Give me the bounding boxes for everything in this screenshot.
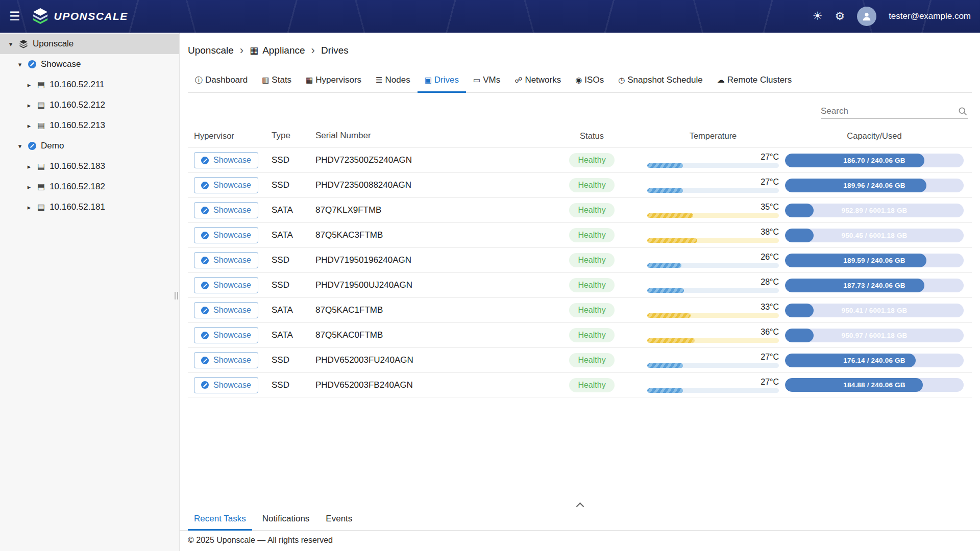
search-box — [821, 106, 968, 119]
hypervisor-showcase-button[interactable]: Showcase — [194, 252, 258, 268]
breadcrumb-chevron-icon: › — [240, 45, 243, 56]
sidebar-item-host[interactable]: ▸ ▤ 10.160.52.183 — [0, 156, 179, 177]
table-row: Showcase SSD PHDV71950196240AGN Healthy … — [188, 247, 972, 272]
temperature-value: 36°C — [647, 328, 779, 337]
hypervisor-showcase-button[interactable]: Showcase — [194, 327, 258, 343]
table-row: Showcase SATA 87Q5KAC3FTMB Healthy 38°C … — [188, 222, 972, 247]
drive-serial: PHDV71950196240AGN — [312, 255, 540, 265]
chevron-right-icon[interactable]: ▸ — [26, 204, 33, 211]
breadcrumb-item-appliance[interactable]: ▦ Appliance — [250, 45, 305, 56]
bottom-panel: Recent Tasks Notifications Events © 2025… — [180, 499, 980, 551]
bottom-tabs: Recent Tasks Notifications Events — [180, 509, 980, 531]
info-icon: ⓘ — [195, 76, 203, 85]
sidebar-item-host[interactable]: ▸ ▤ 10.160.52.213 — [0, 115, 179, 136]
chevron-right-icon[interactable]: ▸ — [26, 102, 33, 109]
hypervisor-icon — [201, 232, 209, 239]
tab-events[interactable]: Events — [320, 509, 358, 531]
hypervisor-showcase-button[interactable]: Showcase — [194, 177, 258, 193]
hypervisor-icon — [201, 182, 209, 189]
temperature-fill — [647, 313, 691, 318]
tab-networks[interactable]: ☍ Networks — [507, 69, 568, 93]
sidebar-item-host[interactable]: ▸ ▤ 10.160.52.211 — [0, 74, 179, 95]
breadcrumb-chevron-icon: › — [311, 45, 315, 56]
monitor-icon: ▭ — [473, 76, 480, 85]
capacity-label: 950.41 / 6001.18 GB — [785, 304, 964, 317]
status-badge: Healthy — [569, 353, 614, 367]
tab-recent-tasks[interactable]: Recent Tasks — [188, 509, 252, 531]
sidebar-item-label: 10.160.52.211 — [50, 80, 104, 90]
sidebar-item-host[interactable]: ▸ ▤ 10.160.52.181 — [0, 197, 179, 217]
server-icon: ▤ — [37, 203, 45, 211]
chevron-down-icon[interactable]: ▾ — [16, 142, 23, 150]
temperature-fill — [647, 338, 695, 343]
hypervisor-showcase-button[interactable]: Showcase — [194, 302, 258, 318]
sidebar-item-label: 10.160.52.212 — [50, 100, 105, 110]
clock-icon: ◷ — [618, 76, 625, 85]
temperature-bar — [647, 338, 779, 343]
tab-vms[interactable]: ▭ VMs — [466, 69, 507, 93]
tab-remote-clusters[interactable]: ☁ Remote Clusters — [710, 69, 799, 93]
settings-gear-icon[interactable]: ⚙ — [835, 11, 845, 22]
drive-serial: PHDV72350088240AGN — [312, 180, 540, 190]
chevron-right-icon[interactable]: ▸ — [26, 163, 33, 170]
drive-type: SATA — [268, 330, 312, 340]
drive-serial: PHDV652003FB240AGN — [312, 380, 540, 390]
capacity-label: 950.45 / 6001.18 GB — [785, 229, 964, 242]
chevron-down-icon[interactable]: ▾ — [7, 40, 14, 48]
menu-icon[interactable]: ☰ — [9, 10, 20, 22]
temperature-fill — [647, 188, 683, 193]
sidebar-item-showcase[interactable]: ▾ Showcase — [0, 54, 179, 74]
showcase-button-label: Showcase — [213, 156, 251, 165]
hypervisor-showcase-button[interactable]: Showcase — [194, 277, 258, 293]
sidebar-item-host[interactable]: ▸ ▤ 10.160.52.182 — [0, 177, 179, 197]
breadcrumb-item-uponscale[interactable]: Uponscale — [188, 45, 234, 56]
hypervisor-showcase-button[interactable]: Showcase — [194, 227, 258, 243]
brand: UPONSCALE — [32, 7, 128, 26]
tab-drives[interactable]: ▣ Drives — [418, 69, 466, 93]
tab-snapshot-schedule[interactable]: ◷ Snapshot Schedule — [611, 69, 710, 93]
capacity-bar: 189.96 / 240.06 GB — [785, 179, 964, 192]
user-email[interactable]: tester@example.com — [889, 11, 971, 21]
sidebar-item-uponscale[interactable]: ▾ Uponscale — [0, 34, 179, 54]
status-badge: Healthy — [569, 328, 614, 342]
hypervisor-icon — [201, 282, 209, 289]
tab-stats[interactable]: ▥ Stats — [255, 69, 299, 93]
sidebar-resize-handle[interactable] — [175, 292, 178, 299]
tab-label: Dashboard — [205, 75, 248, 85]
drives-table-body: Showcase SSD PHDV723500Z5240AGN Healthy … — [188, 147, 972, 397]
tab-dashboard[interactable]: ⓘ Dashboard — [188, 69, 255, 93]
table-row: Showcase SATA 87Q7KLX9FTMB Healthy 35°C … — [188, 197, 972, 222]
hypervisor-showcase-button[interactable]: Showcase — [194, 377, 258, 393]
hypervisor-showcase-button[interactable]: Showcase — [194, 352, 258, 368]
drive-serial: 87Q7KLX9FTMB — [312, 205, 540, 215]
temperature-fill — [647, 288, 684, 293]
search-input[interactable] — [821, 106, 958, 116]
brightness-icon[interactable]: ☀ — [813, 11, 823, 22]
tab-notifications[interactable]: Notifications — [256, 509, 316, 531]
sidebar-item-demo[interactable]: ▾ Demo — [0, 136, 179, 156]
sidebar-item-label: 10.160.52.182 — [50, 182, 105, 192]
tab-hypervisors[interactable]: ▦ Hypervisors — [299, 69, 369, 93]
hypervisor-showcase-button[interactable]: Showcase — [194, 152, 258, 168]
breadcrumb-item-drives[interactable]: Drives — [321, 45, 349, 56]
drive-serial: 87Q5KAC3FTMB — [312, 230, 540, 240]
temperature-bar — [647, 188, 779, 193]
tab-isos[interactable]: ◉ ISOs — [568, 69, 611, 93]
chevron-down-icon[interactable]: ▾ — [16, 61, 23, 68]
top-navbar: ☰ UPONSCALE ☀ ⚙ tester@example.com — [0, 0, 980, 33]
search-icon[interactable] — [958, 106, 968, 116]
hypervisor-showcase-button[interactable]: Showcase — [194, 202, 258, 218]
sidebar-item-host[interactable]: ▸ ▤ 10.160.52.212 — [0, 95, 179, 115]
showcase-button-label: Showcase — [213, 281, 251, 290]
capacity-bar: 187.73 / 240.06 GB — [785, 279, 964, 292]
user-avatar[interactable] — [857, 7, 876, 26]
tab-nodes[interactable]: ☰ Nodes — [369, 69, 418, 93]
breadcrumb-label: Uponscale — [188, 45, 234, 56]
chevron-right-icon[interactable]: ▸ — [26, 122, 33, 130]
status-badge: Healthy — [569, 228, 614, 242]
table-row: Showcase SSD PHDV719500UJ240AGN Healthy … — [188, 272, 972, 297]
showcase-button-label: Showcase — [213, 206, 251, 215]
chevron-right-icon[interactable]: ▸ — [26, 81, 33, 89]
chevron-right-icon[interactable]: ▸ — [26, 183, 33, 191]
hypervisor-group-icon — [28, 60, 36, 68]
